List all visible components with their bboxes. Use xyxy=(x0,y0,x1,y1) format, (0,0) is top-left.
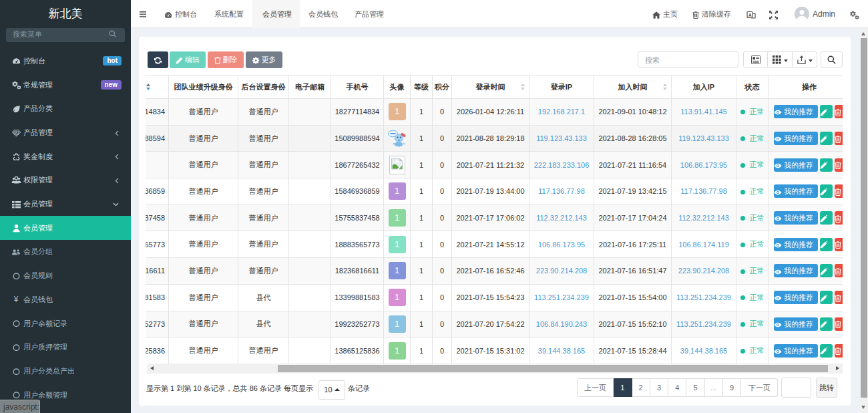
svg-text:A: A xyxy=(748,13,752,17)
